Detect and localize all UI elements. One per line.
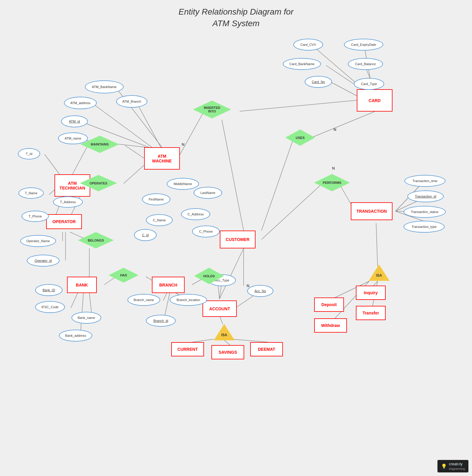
isa-account: ISA [214,324,235,340]
isa-transaction: ISA [369,264,390,281]
svg-line-33 [232,339,268,342]
attr-atm-id: ATM_id [61,115,88,127]
attr-operator-name: Operator_Name [20,235,56,247]
entity-operator: OPERATOR [46,214,82,229]
attr-branch-name: Branch_name [127,294,160,306]
entity-savings: SAVINGS [211,345,244,359]
entity-atm-machine: ATM MACHINE [144,147,180,170]
entity-transfer: Transfer [356,306,386,320]
svg-line-23 [163,293,167,300]
svg-text:N: N [182,142,184,147]
attr-card-no: Card_No [305,76,332,88]
attr-atm-bankname: ATM_BankName [85,80,124,93]
attr-card-cvv: Card_CVV [293,39,323,51]
attr-transaction-type: Transaction_type [404,221,445,233]
rel-performs: PERFORMS [314,174,350,191]
svg-line-5 [125,145,144,158]
attr-branch-id: Branch_id [146,315,176,327]
rel-has: HAS [109,268,138,283]
attr-card-expirydate: Card_ExpiryDate [344,39,383,51]
attr-card-balance: Card_Balance [348,58,383,70]
rel-operates: OPERATES [80,175,117,191]
svg-line-7 [45,154,60,174]
attr-c-phone: C_Phone [192,226,220,237]
diagram-title: Entity Relationship Diagram for ATM Syst… [0,6,472,29]
attr-atm-address: ATM_address [64,97,97,109]
entity-transaction: TRANSACTION [351,202,392,220]
attr-operator-id: Operator_id [27,255,60,267]
attr-bank-address: Bank_address [59,330,92,342]
attr-acc-no: Acc_No [247,285,273,297]
bulb-icon: 💡 [441,464,447,469]
entity-branch: BRANCH [152,277,185,293]
entity-account: ACCOUNT [202,300,237,317]
svg-line-11 [124,165,144,184]
attr-bank-id: Bank_ID [35,284,63,296]
entity-bank: BANK [67,277,97,293]
attr-ifsc-code: IFSC_Code [35,301,65,313]
attr-t-phone: T_Phone [21,211,49,222]
attr-c-id: C_id [134,229,157,241]
rel-belongs: BELONGS [78,232,114,248]
entity-withdraw: Withdraw [314,318,347,333]
attr-transaction-id: Transaction_id [407,190,444,202]
svg-line-31 [192,339,214,342]
svg-line-46 [222,120,244,231]
attr-c-address: C_Address [181,208,210,220]
entity-deposit: Deposit [314,298,344,312]
attr-atm-branch: ATM_Branch [116,95,147,108]
attr-t-name: T_Name [18,187,44,199]
watermark: 💡 creately Diagramming [437,460,468,472]
svg-line-44 [261,184,322,239]
entity-inquiry: Inquiry [356,286,386,300]
attr-bank-name: Bank_name [71,312,101,324]
svg-text:N: N [247,284,249,288]
attr-card-type: Card_Type [354,78,384,90]
diagram-container: Entity Relationship Diagram for ATM Syst… [0,0,472,476]
brand-label: creately Diagramming [449,462,465,471]
attr-branch-location: Branch_location [170,294,207,306]
entity-current: CURRENT [171,342,204,356]
attr-firstname: FirstName [142,193,170,205]
svg-line-2 [138,104,161,147]
svg-line-38 [331,82,357,96]
entity-card: CARD [357,89,392,112]
attr-lastname: LastName [194,187,222,199]
attr-c-name: C_Name [146,214,173,226]
rel-holds: HOLDS [194,268,224,284]
attr-card-bankname: Card_BankName [283,58,321,70]
attr-t-id: T_Id [18,148,40,159]
svg-line-42 [308,112,375,139]
svg-line-35 [240,100,357,111]
svg-line-43 [261,139,293,231]
svg-line-52 [376,223,378,266]
rel-inserted-into: INSERTED INTO [193,101,231,118]
entity-customer: CUSTOMER [220,231,256,248]
attr-middlename: MiddleName [167,178,199,190]
rel-uses: USES [285,129,315,146]
rel-maintains: MAINTAINS [80,136,119,153]
entity-deemat: DEEMAT [250,342,283,356]
attr-transaction-status: Transaction_status [404,206,446,218]
attr-t-address: T_Address [53,196,83,208]
svg-text:N: N [334,127,336,132]
svg-line-20 [71,292,78,308]
svg-text:N: N [332,166,335,170]
attr-transaction-time: Transaction_time [404,175,445,187]
